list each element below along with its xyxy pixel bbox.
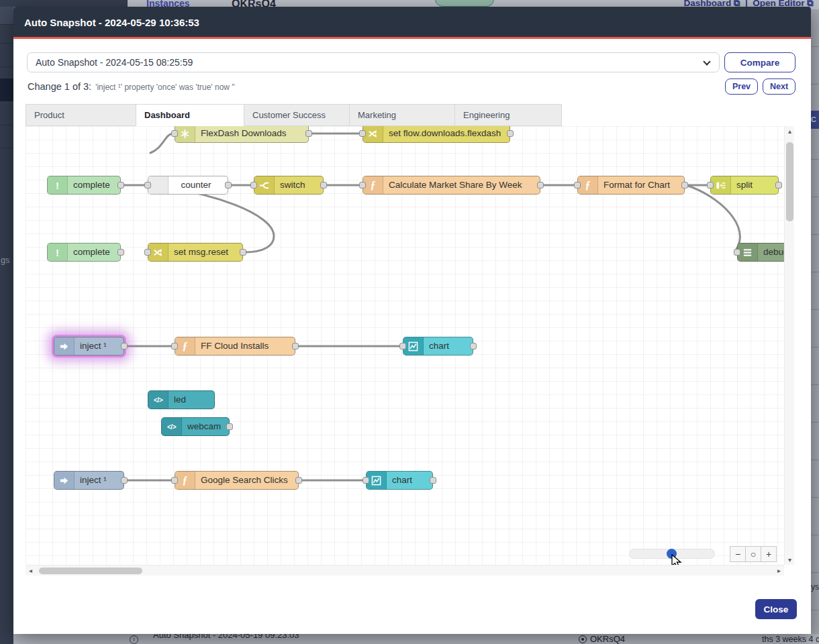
function-icon: ƒ [175, 337, 195, 355]
flow-node-complete2[interactable]: !complete [47, 243, 121, 262]
input-port[interactable] [171, 130, 178, 137]
tab-dashboard[interactable]: Dashboard [136, 104, 244, 126]
scroll-left-arrow[interactable]: ◂ [26, 566, 36, 576]
output-port[interactable] [117, 249, 124, 256]
input-port[interactable] [250, 182, 257, 189]
change-icon [148, 244, 168, 261]
flow-node-webcam[interactable]: </>webcam [161, 417, 230, 436]
output-port[interactable] [775, 182, 782, 189]
node-label: Format for Chart [604, 176, 680, 194]
output-port[interactable] [225, 182, 232, 189]
zoom-out-button[interactable]: − [730, 546, 746, 562]
snapshot-select-value: Auto Snapshot - 2024-05-15 08:25:59 [36, 57, 193, 68]
scroll-right-arrow[interactable]: ▸ [774, 566, 784, 576]
tab-marketing[interactable]: Marketing [349, 104, 455, 126]
node-label: set flow.downloads.flexdash [389, 126, 505, 142]
code-icon: </> [162, 418, 182, 435]
chart-icon [403, 337, 424, 355]
tab-engineering[interactable]: Engineering [454, 104, 562, 126]
node-label: webcam [187, 418, 225, 435]
flow-node-inject2[interactable]: inject ¹ [54, 471, 124, 490]
inject-arrow-icon [54, 472, 75, 489]
dialog-title: Auto Snapshot - 2024-05-29 10:36:53 [13, 7, 811, 39]
flow-node-setflow[interactable]: set flow.downloads.flexdash [363, 126, 510, 143]
output-port[interactable] [121, 343, 128, 350]
node-label: FlexDash Downloads [201, 126, 304, 142]
flow-node-led[interactable]: </>led [148, 390, 215, 409]
input-port[interactable] [144, 249, 151, 256]
function-icon: ƒ [578, 176, 598, 194]
input-port[interactable] [734, 249, 740, 256]
node-label: split [736, 176, 774, 194]
node-label: set msg.reset [174, 244, 238, 261]
flow-node-google[interactable]: ƒGoogle Search Clicks [175, 471, 299, 490]
flow-node-inject1[interactable]: inject ¹ [54, 337, 124, 356]
output-port[interactable] [240, 249, 246, 256]
output-port[interactable] [320, 182, 327, 189]
input-port[interactable] [399, 343, 406, 350]
output-port[interactable] [121, 477, 128, 484]
flow-node-setmsg[interactable]: set msg.reset [148, 243, 243, 262]
next-change-button[interactable]: Next [763, 78, 796, 95]
flow-node-counter[interactable]: counter [148, 176, 228, 195]
flow-node-switch[interactable]: switch [254, 176, 324, 195]
node-label: counter [168, 176, 224, 194]
flow-node-debug[interactable]: debug [737, 243, 784, 262]
zoom-slider-thumb[interactable] [667, 549, 677, 559]
zoom-in-button[interactable]: + [761, 546, 777, 562]
zoom-slider[interactable] [629, 549, 715, 559]
input-port[interactable] [144, 182, 151, 189]
snapshot-compare-dialog: Auto Snapshot - 2024-05-29 10:36:53 Auto… [13, 7, 811, 634]
scroll-up-arrow[interactable]: ▴ [785, 126, 795, 136]
output-port[interactable] [537, 182, 544, 189]
node-label: led [174, 391, 210, 409]
zoom-button-group: − ○ + [730, 546, 777, 562]
horizontal-scroll-thumb[interactable] [39, 568, 142, 574]
flow-node-chart2[interactable]: chart [366, 471, 433, 490]
flow-node-ffcloud[interactable]: ƒFF Cloud Installs [175, 337, 295, 356]
output-port[interactable] [305, 130, 312, 137]
input-port[interactable] [171, 477, 178, 484]
input-port[interactable] [363, 477, 369, 484]
horizontal-scrollbar[interactable]: ◂ ▸ [26, 565, 784, 576]
input-port[interactable] [359, 130, 366, 137]
vertical-scrollbar[interactable]: ▴ ▾ [784, 126, 794, 565]
output-port[interactable] [681, 182, 688, 189]
zoom-reset-button[interactable]: ○ [745, 546, 761, 562]
flow-tab-bar: ProductDashboardCustomer SuccessMarketin… [26, 104, 562, 126]
compare-button[interactable]: Compare [724, 52, 796, 72]
debug-icon [738, 244, 758, 261]
node-label: Google Search Clicks [201, 472, 294, 489]
flow-node-flexdash[interactable]: FlexDash Downloads [175, 126, 309, 143]
tab-product[interactable]: Product [26, 104, 136, 126]
scroll-down-arrow[interactable]: ▾ [785, 555, 795, 565]
function-icon: ƒ [363, 176, 383, 194]
input-port[interactable] [359, 182, 366, 189]
output-port[interactable] [295, 477, 302, 484]
flow-node-chart1[interactable]: chart [403, 337, 473, 356]
output-port[interactable] [470, 343, 477, 350]
flow-canvas[interactable]: FlexDash Downloadsset flow.downloads.fle… [26, 126, 784, 565]
exclamation-icon: ! [48, 244, 68, 261]
flow-node-calc[interactable]: ƒCalculate Market Share By Week [363, 176, 540, 195]
output-port[interactable] [430, 477, 436, 484]
output-port[interactable] [507, 130, 514, 137]
close-button[interactable]: Close [755, 599, 797, 619]
change-detail-text: 'inject ¹' property 'once' was 'true' no… [95, 83, 235, 92]
output-port[interactable] [292, 343, 299, 350]
tab-customer-success[interactable]: Customer Success [244, 104, 350, 126]
switch-icon [254, 176, 275, 194]
snapshot-select[interactable]: Auto Snapshot - 2024-05-15 08:25:59 [27, 52, 720, 72]
flow-node-split[interactable]: split [710, 176, 779, 195]
output-port[interactable] [226, 423, 233, 430]
input-port[interactable] [707, 182, 714, 189]
dialog-header: Auto Snapshot - 2024-05-29 10:36:53 [13, 7, 811, 39]
input-port[interactable] [171, 343, 178, 350]
flow-node-complete1[interactable]: !complete [47, 176, 121, 195]
node-label: inject ¹ [80, 472, 119, 489]
prev-change-button[interactable]: Prev [725, 78, 758, 95]
output-port[interactable] [117, 182, 124, 189]
flow-node-format[interactable]: ƒFormat for Chart [577, 176, 685, 195]
vertical-scroll-thumb[interactable] [786, 142, 793, 221]
input-port[interactable] [574, 182, 581, 189]
